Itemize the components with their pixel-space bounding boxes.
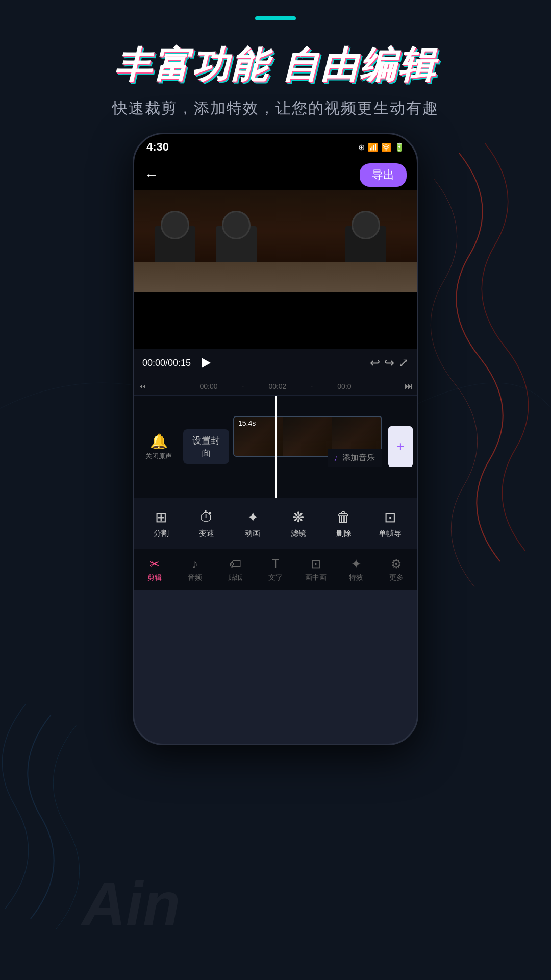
time-display: 00:00/00:15 [142,358,191,369]
sticker-icon: 🏷 [229,557,241,571]
nav-pip[interactable]: ⊡ 画中画 [296,557,336,582]
editor-topbar: ← 导出 [134,160,417,190]
watermark-text: Ain [82,869,180,939]
clip-duration: 15.4s [238,419,256,427]
ruler-start-icon: ⏮ [138,382,146,391]
split-label: 分割 [154,529,169,538]
control-icons: ↩ ↪ ⤢ [370,356,409,370]
more-icon: ⚙ [391,557,402,571]
tool-filter[interactable]: ❋ 滤镜 [278,509,319,538]
redo-icon[interactable]: ↪ [384,356,394,370]
phone-frame: 4:30 ⊕ 📶 🛜 🔋 ← 导出 [133,133,418,745]
frame-icon: ⊡ [384,509,396,526]
video-content [134,190,417,292]
pip-label: 画中画 [305,573,327,582]
play-button[interactable] [197,354,215,372]
hero-section: 丰富功能 自由编辑 快速裁剪，添加特效，让您的视频更生动有趣 [0,41,551,119]
nav-more[interactable]: ⚙ 更多 [377,557,417,582]
audio-mute-label: 关闭原声 [145,452,172,461]
play-icon [202,358,211,368]
pip-icon: ⊡ [311,557,321,571]
ruler-end-icon: ⏭ [405,382,413,391]
effects-label: 特效 [349,573,363,582]
edit-label: 剪辑 [147,573,162,582]
mark-0: 00:00 [199,382,217,390]
phone-mockup: 4:30 ⊕ 📶 🛜 🔋 ← 导出 [133,133,418,745]
status-time: 4:30 [146,140,169,154]
audio-icon: 🔔 [150,433,168,450]
frame-label: 单帧导 [379,529,402,538]
nav-text[interactable]: T 文字 [255,557,295,582]
clip-area: 🔔 关闭原声 设置封面 15.4s ♪ 添加音乐 [134,396,417,498]
fullscreen-icon[interactable]: ⤢ [398,356,409,370]
mark-dot2: · [311,382,313,390]
video-black-area [134,292,417,349]
signal-icon: 📶 [368,142,378,152]
mark-end: 00:0 [337,382,351,390]
battery-icon: 🔋 [394,142,405,152]
timeline-playhead [276,396,277,498]
toolbar-row: ⊞ 分割 ⏱ 变速 ✦ 动画 ❋ 滤镜 🗑 删除 ⊡ 单帧导 [134,498,417,549]
delete-icon: 🗑 [337,509,351,526]
nav-sticker[interactable]: 🏷 贴纸 [215,557,255,582]
timeline-ruler: ⏮ 00:00 · 00:02 · 00:0 ⏭ [134,377,417,396]
clip-strip-container: 15.4s ♪ 添加音乐 [233,416,382,477]
nav-edit[interactable]: ✂ 剪辑 [134,557,174,582]
tool-split[interactable]: ⊞ 分割 [141,509,182,538]
music-track[interactable]: ♪ 添加音乐 [328,449,382,467]
scissors-icon: ✂ [149,557,160,571]
more-label: 更多 [389,573,404,582]
mark-dot1: · [242,382,244,390]
text-label: 文字 [268,573,283,582]
hero-subtitle: 快速裁剪，添加特效，让您的视频更生动有趣 [0,98,551,119]
add-clip-button[interactable]: + [388,426,413,467]
back-button[interactable]: ← [144,167,159,183]
nav-audio[interactable]: ♪ 音频 [174,557,215,582]
effects-icon: ✦ [351,557,361,571]
audio-nav-icon: ♪ [192,557,198,571]
cover-button[interactable]: 设置封面 [183,429,229,464]
sticker-label: 贴纸 [228,573,242,582]
speed-label: 变速 [199,529,214,538]
text-icon: T [272,557,280,571]
animation-label: 动画 [245,529,260,538]
ruler-marks: 00:00 · 00:02 · 00:0 [148,382,403,390]
nav-effects[interactable]: ✦ 特效 [336,557,377,582]
video-preview [134,190,417,349]
audio-nav-label: 音频 [188,573,202,582]
music-label: 添加音乐 [342,453,375,463]
wifi-icon: 🛜 [381,142,391,152]
hero-title: 丰富功能 自由编辑 [0,41,551,90]
tool-speed[interactable]: ⏱ 变速 [186,509,227,538]
top-pill-indicator [255,16,296,20]
tool-animation[interactable]: ✦ 动画 [232,509,273,538]
mark-2: 00:02 [268,382,286,390]
tool-frame[interactable]: ⊡ 单帧导 [369,509,410,538]
music-note-icon: ♪ [334,453,338,463]
bottom-nav: ✂ 剪辑 ♪ 音频 🏷 贴纸 T 文字 ⊡ 画中画 ✦ 特效 [134,549,417,590]
speed-icon: ⏱ [199,509,214,526]
animation-icon: ✦ [247,509,259,526]
delete-label: 删除 [336,529,352,538]
filter-label: 滤镜 [291,529,306,538]
filter-icon: ❋ [292,509,304,526]
export-button[interactable]: 导出 [360,163,407,187]
status-bar: 4:30 ⊕ 📶 🛜 🔋 [134,134,417,160]
table-surface [134,262,417,292]
timeline-controls: 00:00/00:15 ↩ ↪ ⤢ [134,349,417,377]
undo-icon[interactable]: ↩ [370,356,380,370]
split-icon: ⊞ [155,509,167,526]
audio-control[interactable]: 🔔 关闭原声 [138,433,179,461]
clip-thumb-2 [283,417,332,456]
tool-delete[interactable]: 🗑 删除 [323,509,364,538]
alarm-icon: ⊕ [358,142,365,152]
status-icons: ⊕ 📶 🛜 🔋 [358,142,405,152]
